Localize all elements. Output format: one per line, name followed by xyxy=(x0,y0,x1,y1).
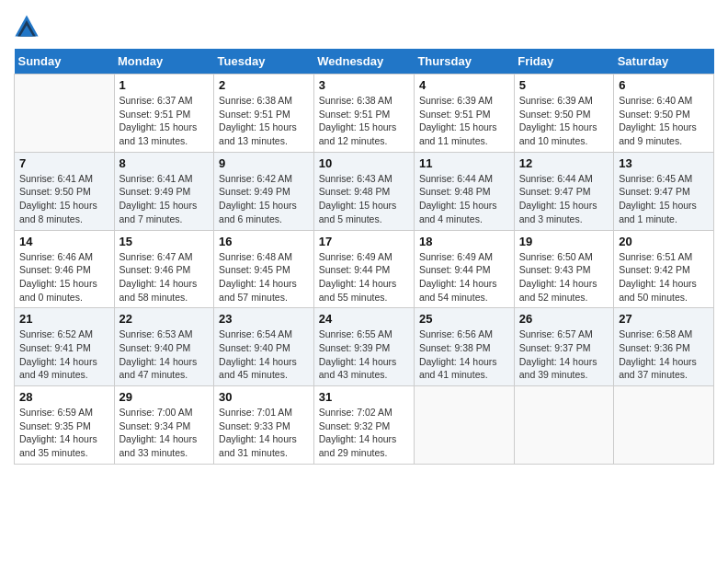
calendar-cell: 29Sunrise: 7:00 AM Sunset: 9:34 PM Dayli… xyxy=(114,386,214,465)
day-number: 25 xyxy=(419,312,509,326)
day-info: Sunrise: 6:39 AM Sunset: 9:51 PM Dayligh… xyxy=(419,94,509,148)
col-header-sunday: Sunday xyxy=(15,49,115,75)
day-info: Sunrise: 6:53 AM Sunset: 9:40 PM Dayligh… xyxy=(119,327,210,382)
day-info: Sunrise: 6:40 AM Sunset: 9:50 PM Dayligh… xyxy=(619,94,709,148)
day-number: 5 xyxy=(519,78,609,92)
col-header-monday: Monday xyxy=(114,49,214,75)
calendar-table: SundayMondayTuesdayWednesdayThursdayFrid… xyxy=(14,49,714,465)
day-info: Sunrise: 6:51 AM Sunset: 9:42 PM Dayligh… xyxy=(619,250,709,304)
day-info: Sunrise: 6:47 AM Sunset: 9:46 PM Dayligh… xyxy=(119,250,210,304)
day-info: Sunrise: 6:59 AM Sunset: 9:35 PM Dayligh… xyxy=(19,406,109,460)
calendar-cell: 13Sunrise: 6:45 AM Sunset: 9:47 PM Dayli… xyxy=(614,152,714,230)
day-info: Sunrise: 6:54 AM Sunset: 9:40 PM Dayligh… xyxy=(219,327,309,382)
day-number: 23 xyxy=(219,312,309,326)
calendar-week-1: 1Sunrise: 6:37 AM Sunset: 9:51 PM Daylig… xyxy=(15,75,714,153)
day-number: 24 xyxy=(319,312,409,326)
day-info: Sunrise: 6:52 AM Sunset: 9:41 PM Dayligh… xyxy=(19,327,109,382)
day-number: 2 xyxy=(219,78,309,92)
calendar-cell: 12Sunrise: 6:44 AM Sunset: 9:47 PM Dayli… xyxy=(514,152,613,230)
day-number: 29 xyxy=(119,390,210,404)
calendar-cell: 14Sunrise: 6:46 AM Sunset: 9:46 PM Dayli… xyxy=(15,230,115,308)
day-number: 15 xyxy=(119,235,210,248)
day-number: 18 xyxy=(419,235,509,248)
logo-icon xyxy=(14,14,40,40)
day-number: 8 xyxy=(119,156,210,170)
calendar-cell: 16Sunrise: 6:48 AM Sunset: 9:45 PM Dayli… xyxy=(214,230,314,308)
day-info: Sunrise: 6:39 AM Sunset: 9:50 PM Dayligh… xyxy=(519,94,609,148)
day-number: 16 xyxy=(219,235,309,248)
day-number: 1 xyxy=(119,78,210,92)
calendar-cell: 15Sunrise: 6:47 AM Sunset: 9:46 PM Dayli… xyxy=(114,230,214,308)
day-info: Sunrise: 7:02 AM Sunset: 9:32 PM Dayligh… xyxy=(319,406,409,460)
day-info: Sunrise: 6:45 AM Sunset: 9:47 PM Dayligh… xyxy=(619,172,709,226)
day-number: 9 xyxy=(219,156,309,170)
calendar-week-5: 28Sunrise: 6:59 AM Sunset: 9:35 PM Dayli… xyxy=(15,386,714,465)
day-info: Sunrise: 6:41 AM Sunset: 9:49 PM Dayligh… xyxy=(119,172,210,226)
calendar-cell: 27Sunrise: 6:58 AM Sunset: 9:36 PM Dayli… xyxy=(614,308,714,386)
day-number: 4 xyxy=(419,78,509,92)
calendar-cell: 2Sunrise: 6:38 AM Sunset: 9:51 PM Daylig… xyxy=(214,75,314,153)
day-info: Sunrise: 6:44 AM Sunset: 9:47 PM Dayligh… xyxy=(519,172,609,226)
calendar-cell: 19Sunrise: 6:50 AM Sunset: 9:43 PM Dayli… xyxy=(514,230,613,308)
day-info: Sunrise: 6:46 AM Sunset: 9:46 PM Dayligh… xyxy=(19,250,109,304)
calendar-cell: 6Sunrise: 6:40 AM Sunset: 9:50 PM Daylig… xyxy=(614,75,714,153)
calendar-cell: 9Sunrise: 6:42 AM Sunset: 9:49 PM Daylig… xyxy=(214,152,314,230)
calendar-cell: 31Sunrise: 7:02 AM Sunset: 9:32 PM Dayli… xyxy=(313,386,414,465)
calendar-cell: 3Sunrise: 6:38 AM Sunset: 9:51 PM Daylig… xyxy=(313,75,414,153)
day-info: Sunrise: 6:50 AM Sunset: 9:43 PM Dayligh… xyxy=(519,250,609,304)
day-number: 30 xyxy=(219,390,309,404)
day-info: Sunrise: 6:42 AM Sunset: 9:49 PM Dayligh… xyxy=(219,172,309,226)
calendar-cell: 17Sunrise: 6:49 AM Sunset: 9:44 PM Dayli… xyxy=(313,230,414,308)
day-number: 22 xyxy=(119,312,210,326)
calendar-cell: 21Sunrise: 6:52 AM Sunset: 9:41 PM Dayli… xyxy=(15,308,115,386)
day-info: Sunrise: 6:37 AM Sunset: 9:51 PM Dayligh… xyxy=(119,94,210,148)
calendar-cell: 10Sunrise: 6:43 AM Sunset: 9:48 PM Dayli… xyxy=(313,152,414,230)
page-header xyxy=(14,14,714,40)
day-info: Sunrise: 6:55 AM Sunset: 9:39 PM Dayligh… xyxy=(319,327,409,382)
calendar-cell: 22Sunrise: 6:53 AM Sunset: 9:40 PM Dayli… xyxy=(114,308,214,386)
day-number: 11 xyxy=(419,156,509,170)
day-number: 13 xyxy=(619,156,709,170)
day-info: Sunrise: 6:44 AM Sunset: 9:48 PM Dayligh… xyxy=(419,172,509,226)
col-header-wednesday: Wednesday xyxy=(313,49,414,75)
calendar-week-3: 14Sunrise: 6:46 AM Sunset: 9:46 PM Dayli… xyxy=(15,230,714,308)
day-info: Sunrise: 6:48 AM Sunset: 9:45 PM Dayligh… xyxy=(219,250,309,304)
day-number: 31 xyxy=(319,390,409,404)
day-info: Sunrise: 6:49 AM Sunset: 9:44 PM Dayligh… xyxy=(419,250,509,304)
calendar-cell xyxy=(614,386,714,465)
calendar-cell: 24Sunrise: 6:55 AM Sunset: 9:39 PM Dayli… xyxy=(313,308,414,386)
day-info: Sunrise: 6:41 AM Sunset: 9:50 PM Dayligh… xyxy=(19,172,109,226)
day-info: Sunrise: 6:56 AM Sunset: 9:38 PM Dayligh… xyxy=(419,327,509,382)
day-number: 6 xyxy=(619,78,709,92)
calendar-header-row: SundayMondayTuesdayWednesdayThursdayFrid… xyxy=(15,49,714,75)
calendar-cell xyxy=(414,386,514,465)
day-number: 28 xyxy=(19,390,109,404)
day-info: Sunrise: 6:38 AM Sunset: 9:51 PM Dayligh… xyxy=(219,94,309,148)
day-number: 19 xyxy=(519,235,609,248)
calendar-cell xyxy=(514,386,613,465)
day-info: Sunrise: 6:43 AM Sunset: 9:48 PM Dayligh… xyxy=(319,172,409,226)
calendar-cell: 8Sunrise: 6:41 AM Sunset: 9:49 PM Daylig… xyxy=(114,152,214,230)
day-info: Sunrise: 7:00 AM Sunset: 9:34 PM Dayligh… xyxy=(119,406,210,460)
calendar-cell: 28Sunrise: 6:59 AM Sunset: 9:35 PM Dayli… xyxy=(15,386,115,465)
day-info: Sunrise: 7:01 AM Sunset: 9:33 PM Dayligh… xyxy=(219,406,309,460)
col-header-saturday: Saturday xyxy=(614,49,714,75)
col-header-thursday: Thursday xyxy=(414,49,514,75)
day-info: Sunrise: 6:57 AM Sunset: 9:37 PM Dayligh… xyxy=(519,327,609,382)
calendar-cell: 7Sunrise: 6:41 AM Sunset: 9:50 PM Daylig… xyxy=(15,152,115,230)
day-number: 26 xyxy=(519,312,609,326)
col-header-friday: Friday xyxy=(514,49,613,75)
calendar-cell: 11Sunrise: 6:44 AM Sunset: 9:48 PM Dayli… xyxy=(414,152,514,230)
logo xyxy=(14,14,43,40)
calendar-cell: 5Sunrise: 6:39 AM Sunset: 9:50 PM Daylig… xyxy=(514,75,613,153)
day-number: 21 xyxy=(19,312,109,326)
day-number: 20 xyxy=(619,235,709,248)
calendar-cell: 1Sunrise: 6:37 AM Sunset: 9:51 PM Daylig… xyxy=(114,75,214,153)
calendar-cell: 30Sunrise: 7:01 AM Sunset: 9:33 PM Dayli… xyxy=(214,386,314,465)
day-number: 14 xyxy=(19,235,109,248)
day-info: Sunrise: 6:49 AM Sunset: 9:44 PM Dayligh… xyxy=(319,250,409,304)
day-number: 12 xyxy=(519,156,609,170)
calendar-cell xyxy=(15,75,115,153)
calendar-week-2: 7Sunrise: 6:41 AM Sunset: 9:50 PM Daylig… xyxy=(15,152,714,230)
calendar-week-4: 21Sunrise: 6:52 AM Sunset: 9:41 PM Dayli… xyxy=(15,308,714,386)
